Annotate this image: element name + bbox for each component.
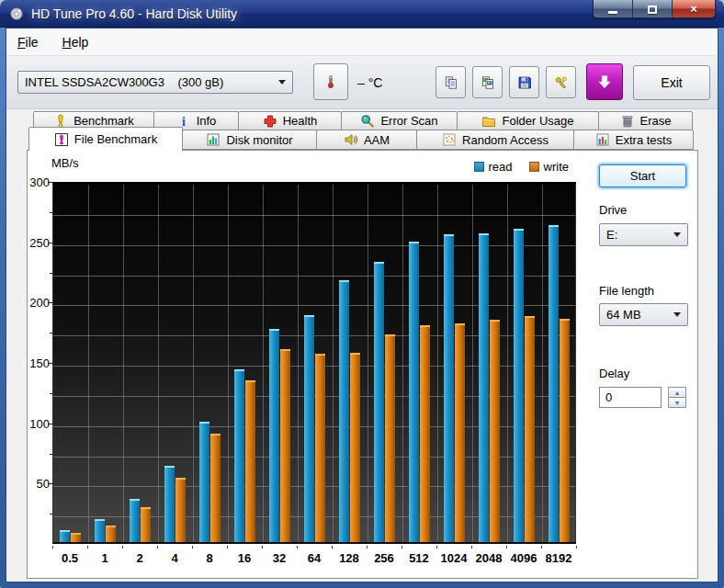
folder-icon [481,114,496,129]
delay-stepper: ▲ ▼ [668,387,686,408]
x-axis-tick [227,546,228,548]
x-tick-label: 512 [402,551,436,565]
v-gridline [228,185,229,542]
tab-file-benchmark[interactable]: File Benchmark [28,127,183,151]
y-tick-label: 300 [28,175,50,189]
legend-swatch-read [474,162,484,172]
x-tick-label: 64 [297,551,332,565]
tab-folder-usage[interactable]: Folder Usage [457,111,599,130]
menu-item-file[interactable]: File [17,35,39,50]
tab-label: Error Scan [380,114,437,128]
tab-erase[interactable]: Erase [598,111,693,130]
drive-select-value: E: [606,228,617,242]
x-tick-label: 2048 [471,551,506,565]
write-bar-64 [315,354,325,542]
read-bar-8192 [549,225,559,542]
x-tick-label: 8192 [541,551,576,565]
delay-input[interactable] [599,387,662,408]
v-gridline [88,185,89,542]
write-bar-4096 [525,316,535,542]
file-benchmark-page: MB/s readwrite 0.51248163264128256512102… [27,150,698,579]
drive-select[interactable]: E: [599,223,688,246]
v-gridline [263,185,264,542]
x-axis-tick [52,546,53,548]
write-bar-16 [245,380,255,542]
x-axis-tick [402,546,402,548]
x-axis-tick [87,546,88,548]
close-icon: × [690,1,697,17]
options-button[interactable] [546,66,576,98]
write-bar-32 [280,349,290,542]
v-gridline [158,185,159,542]
read-bar-4 [164,466,175,542]
thermometer-icon [323,74,338,89]
y-axis-tick [50,333,52,334]
v-gridline [402,185,403,542]
read-bar-2 [130,499,140,542]
tab-extra-tests[interactable]: Extra tests [573,130,694,150]
x-axis-tick [297,546,298,548]
write-bar-1024 [455,323,465,542]
tab-label: Random Access [462,133,549,147]
maximize-button[interactable] [633,0,673,18]
maximize-icon [648,6,657,14]
legend-item-write: write [529,160,569,174]
stepper-down-button[interactable]: ▼ [668,397,686,408]
x-tick-label: 256 [367,551,402,565]
chevron-down-icon [673,232,681,237]
minimize-button[interactable] [594,0,633,18]
close-button[interactable]: × [673,0,715,18]
y-axis-tick [50,514,52,514]
y-axis-title: MB/s [51,156,79,170]
temperature-button[interactable] [313,63,348,100]
write-bar-0.5 [71,533,81,543]
y-axis-tick [50,212,52,213]
save-icon [517,75,532,90]
menu-item-help[interactable]: Help [62,35,89,50]
v-gridline [507,185,508,542]
exit-button[interactable]: Exit [633,65,710,100]
tab-label: Extra tests [616,133,672,147]
drive-model-select[interactable]: INTEL SSDSA2CW300G3 (300 gB) [17,71,293,94]
tab-random-access[interactable]: Random Access [416,130,574,150]
disk-monitor-icon [206,132,221,147]
drive-label: Drive [599,203,627,217]
tab-disk-monitor[interactable]: Disk monitor [182,130,317,150]
copy-image-button[interactable] [472,66,503,98]
x-axis-tick [122,546,123,548]
read-bar-32 [269,329,279,542]
chevron-down-icon [673,312,681,317]
tab-error-scan[interactable]: Error Scan [341,111,458,130]
write-bar-2 [141,507,151,542]
tab-label: File Benchmark [74,132,157,146]
read-bar-1 [95,519,105,542]
save-button[interactable] [509,66,539,98]
tab-row-front: File BenchmarkDisk monitorAAMRandom Acce… [28,130,694,150]
y-axis-tick [48,424,52,424]
file-length-select[interactable]: 64 MB [599,303,688,326]
triangle-up-icon: ▲ [674,390,681,396]
down-arrow-icon [597,74,612,89]
copy-text-button[interactable] [436,66,466,98]
y-tick-label: 100 [28,417,50,431]
copy-image-icon [481,75,495,90]
y-tick-label: 50 [28,477,50,491]
start-button[interactable]: Start [599,164,686,187]
write-bar-2048 [490,320,500,542]
tab-label: Disk monitor [226,133,292,147]
update-button[interactable] [586,63,623,100]
tab-label: Erase [640,114,672,128]
read-bar-16 [234,369,244,542]
h-gridline [53,245,575,246]
drive-model-value: INTEL SSDSA2CW300G3 (300 gB) [25,75,223,89]
x-axis-tick [192,546,193,548]
y-axis-tick [50,393,52,394]
file-length-select-value: 64 MB [606,308,641,322]
copy-text-icon [444,75,458,90]
legend-label: write [544,160,569,174]
tab-aam[interactable]: AAM [316,130,417,150]
read-bar-2048 [479,233,489,542]
write-bar-128 [350,353,360,542]
tab-health[interactable]: Health [238,111,342,130]
v-gridline [193,185,194,542]
